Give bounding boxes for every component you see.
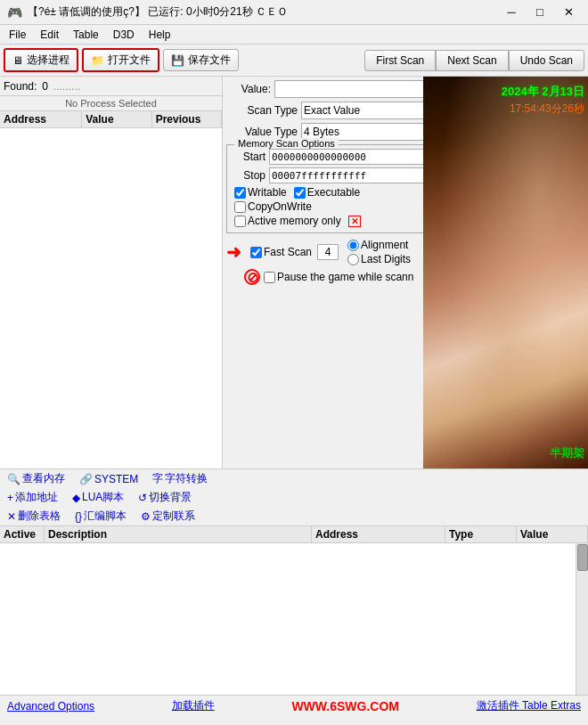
copy-on-write-checkbox-label: CopyOnWrite: [234, 200, 312, 213]
minimize-button[interactable]: ─: [499, 4, 524, 20]
active-memory-checkbox[interactable]: [234, 216, 246, 227]
found-bar: Found: 0 .........: [0, 77, 222, 96]
asm-icon: {}: [75, 510, 82, 523]
address-col-header: Address: [0, 111, 82, 127]
value-col-header: Value: [517, 526, 588, 542]
radio-group: Alignment Last Digits: [347, 239, 411, 265]
cheat-table-scrollbar[interactable]: [576, 543, 588, 695]
value-label: Value:: [226, 83, 271, 95]
switch-icon: ↺: [138, 492, 147, 504]
plus-icon: +: [7, 492, 13, 504]
save-icon: 💾: [171, 54, 184, 67]
next-scan-button[interactable]: Next Scan: [436, 50, 508, 71]
open-file-button[interactable]: 📁 打开文件: [82, 48, 159, 72]
cheat-table: Active Description Address Type Value: [0, 525, 588, 695]
executable-checkbox-label: Executable: [294, 186, 360, 199]
menu-edit[interactable]: Edit: [35, 27, 64, 43]
app-icon: 🎮: [7, 5, 22, 20]
select-process-button[interactable]: 🖥 选择进程: [4, 48, 78, 72]
first-scan-button[interactable]: First Scan: [364, 50, 436, 71]
active-memory-checkbox-label: Active memory only: [234, 215, 341, 227]
menu-help[interactable]: Help: [143, 27, 176, 43]
fast-scan-checkbox-label: Fast Scan: [250, 246, 312, 258]
delete-table-btn[interactable]: ✕ 删除表格: [7, 509, 61, 524]
maximize-button[interactable]: □: [527, 4, 552, 20]
folder-icon: 📁: [91, 54, 104, 67]
alignment-radio-label: Alignment: [347, 239, 411, 251]
load-plugins-link[interactable]: 加载插件: [172, 698, 215, 713]
fast-scan-value-input[interactable]: [317, 244, 339, 260]
address-list-body: [0, 128, 222, 468]
toolbar: 🖥 选择进程 📁 打开文件 💾 保存文件 First Scan Next Sca…: [0, 45, 588, 77]
char-convert-btn[interactable]: 字 字符转换: [152, 471, 208, 486]
overlay-watermark: 半期架: [550, 445, 584, 461]
save-file-label: 保存文件: [188, 53, 231, 68]
action-row-3: ✕ 删除表格 {} 汇编脚本 ⚙ 定制联系: [0, 507, 588, 525]
view-memory-btn[interactable]: 🔍 查看内存: [7, 471, 65, 486]
cheat-table-header: Active Description Address Type Value: [0, 526, 588, 543]
lua-script-btn[interactable]: ◆ LUA脚本: [72, 490, 124, 505]
menu-bar: File Edit Table D3D Help: [0, 25, 588, 45]
asm-script-btn[interactable]: {} 汇编脚本: [75, 509, 127, 524]
menu-file[interactable]: File: [4, 27, 31, 43]
pause-label: Pause the game while scann: [277, 271, 413, 283]
pause-checkbox[interactable]: [264, 272, 275, 283]
scrollbar-thumb: [577, 544, 588, 571]
copy-on-write-label: CopyOnWrite: [248, 200, 312, 213]
alignment-radio[interactable]: [347, 240, 359, 251]
last-digits-radio[interactable]: [347, 254, 359, 265]
executable-checkbox[interactable]: [294, 187, 306, 199]
address-col-header: Address: [312, 526, 445, 542]
add-address-btn[interactable]: + 添加地址: [7, 490, 58, 505]
view-memory-icon: 🔍: [7, 473, 20, 485]
type-col-header: Type: [445, 526, 517, 542]
no-pause-icon: ⊘: [244, 269, 260, 285]
description-col-header: Description: [45, 526, 312, 542]
delete-icon: ✕: [7, 510, 16, 523]
scan-type-label: Scan Type: [226, 104, 298, 117]
memory-scan-legend: Memory Scan Options: [234, 138, 339, 149]
found-label: Found:: [4, 80, 37, 93]
custom-contact-btn[interactable]: ⚙ 定制联系: [141, 509, 195, 524]
custom-icon: ⚙: [141, 510, 151, 523]
save-file-button[interactable]: 💾 保存文件: [163, 49, 239, 71]
close-button[interactable]: ✕: [556, 4, 581, 20]
action-row-1: 🔍 查看内存 🔗 SYSTEM 字 字符转换: [0, 469, 588, 488]
undo-scan-button[interactable]: Undo Scan: [509, 50, 584, 71]
found-count: 0: [42, 80, 48, 93]
writable-checkbox[interactable]: [234, 187, 246, 199]
pause-checkbox-label: Pause the game while scann: [264, 271, 413, 283]
menu-table[interactable]: Table: [68, 27, 104, 43]
title-bar: 🎮 【?é± 请低调的使用ç?】 已运行: 0小时0分21秒 ＣＥＯ ─ □ ✕: [0, 0, 588, 25]
active-memory-clear-btn[interactable]: ✕: [348, 216, 361, 227]
no-process-label: No Process Selected: [0, 96, 222, 111]
action-buttons-container: 🔍 查看内存 🔗 SYSTEM 字 字符转换 + 添加地址 ◆ LUA脚本 ↺ …: [0, 468, 588, 525]
address-list-header: Address Value Previous: [0, 111, 222, 128]
title-bar-controls: ─ □ ✕: [499, 4, 581, 20]
action-row-2: + 添加地址 ◆ LUA脚本 ↺ 切换背景: [0, 488, 588, 507]
left-panel: Found: 0 ......... No Process Selected A…: [0, 77, 223, 468]
overlay-time: 17:54:43分26秒: [510, 102, 584, 117]
value-type-label: Value Type: [226, 126, 298, 138]
switch-bg-btn[interactable]: ↺ 切换背景: [138, 490, 192, 505]
executable-label: Executable: [307, 186, 360, 199]
start-label: Start: [234, 151, 265, 163]
cheat-table-body: [0, 543, 588, 695]
active-memory-label: Active memory only: [248, 215, 341, 227]
activate-plugins-link[interactable]: 激活插件 Table Extras: [477, 698, 581, 713]
arrow-icon: ➜: [226, 241, 241, 263]
value-col-header: Value: [82, 111, 151, 127]
active-col-header: Active: [0, 526, 45, 542]
system-btn[interactable]: 🔗 SYSTEM: [79, 473, 138, 485]
watermark-text: WWW.6SWG.COM: [291, 699, 399, 713]
writable-checkbox-label: Writable: [234, 186, 287, 199]
chain-icon: 🔗: [79, 473, 93, 485]
fast-scan-label: Fast Scan: [264, 246, 312, 258]
main-content: Found: 0 ......... No Process Selected A…: [0, 77, 588, 468]
overlay-date: 2024年 2月13日: [502, 84, 584, 100]
menu-d3d[interactable]: D3D: [108, 27, 140, 43]
copy-on-write-checkbox[interactable]: [234, 201, 246, 213]
open-file-label: 打开文件: [108, 53, 151, 68]
fast-scan-checkbox[interactable]: [250, 247, 262, 258]
advanced-options-link[interactable]: Advanced Options: [7, 700, 94, 713]
